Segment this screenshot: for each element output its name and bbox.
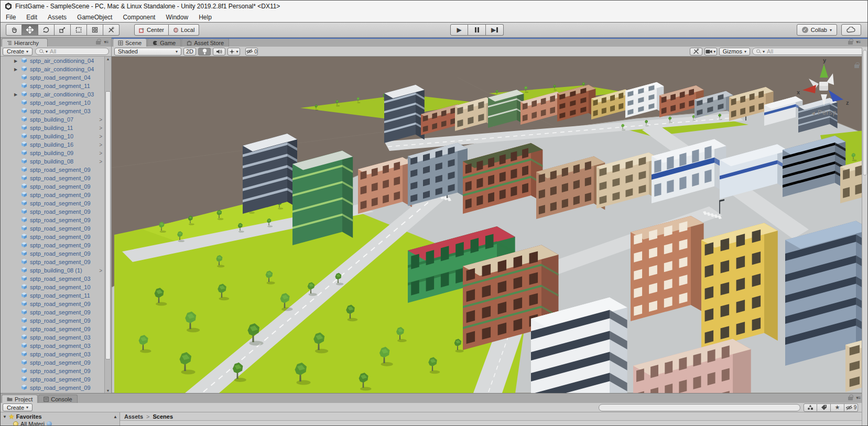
menu-item[interactable]: GameObject	[72, 14, 117, 21]
hierarchy-item[interactable]: ▶ sptp_road_segment_03 >	[1, 107, 111, 115]
menu-item[interactable]: File	[1, 14, 21, 21]
pause-button[interactable]	[468, 24, 486, 36]
scene-search-input[interactable]: ▾ All	[752, 48, 865, 55]
hierarchy-scrollbar[interactable]: ▲ ▼	[104, 57, 111, 393]
hierarchy-item[interactable]: ▶ sptp_road_segment_09 >	[1, 358, 111, 367]
scrollbar-thumb[interactable]	[105, 91, 111, 359]
scale-tool-button[interactable]	[55, 24, 71, 36]
component-tools-button[interactable]	[690, 48, 702, 56]
lock-icon[interactable]	[96, 41, 101, 45]
scene-orientation-gizmo[interactable]: y x z	[795, 58, 853, 110]
hierarchy-item[interactable]: ▶ sptp_air_conditioning_03 >	[1, 90, 111, 99]
rotate-tool-button[interactable]	[38, 24, 55, 36]
breadcrumb-assets[interactable]: Assets	[124, 413, 143, 420]
transform-tool-button[interactable]	[87, 24, 103, 36]
lock-icon[interactable]	[848, 397, 853, 400]
hierarchy-item[interactable]: ▶ sptp_road_segment_09 >	[1, 258, 111, 266]
hierarchy-item[interactable]: ▶ sptp_road_segment_09 >	[1, 166, 111, 174]
pane-menu-icon[interactable]: ▾≡	[104, 39, 108, 45]
camera-settings-dropdown[interactable]: ▾	[704, 48, 717, 56]
hierarchy-item[interactable]: ▶ sptp_road_segment_03 >	[1, 333, 111, 342]
perspective-label[interactable]: ◀ Persp	[796, 109, 852, 116]
hand-tool-button[interactable]	[6, 24, 22, 36]
step-button[interactable]: ▶	[486, 24, 504, 36]
scroll-down-icon[interactable]: ▼	[105, 389, 111, 392]
tab-project[interactable]: Project	[2, 395, 38, 403]
hierarchy-item[interactable]: ▶ sptp_road_segment_04 >	[1, 73, 111, 82]
project-visibility-button[interactable]: 9	[844, 403, 858, 412]
breadcrumb-scenes[interactable]: Scenes	[153, 413, 173, 420]
hierarchy-item[interactable]: ▶ sptp_air_conditioning_04 >	[1, 65, 111, 73]
menu-item[interactable]: Help	[193, 14, 217, 21]
menu-item[interactable]: Component	[117, 14, 160, 21]
scene-audio-toggle[interactable]	[213, 48, 225, 56]
hierarchy-item[interactable]: ▶ sptp_air_conditioning_04 >	[1, 57, 111, 65]
hierarchy-item[interactable]: ▶ sptp_road_segment_09 >	[1, 207, 111, 216]
hierarchy-item[interactable]: ▶ sptp_road_segment_09 >	[1, 384, 111, 392]
project-search-input[interactable]	[599, 404, 800, 411]
scene-canvas[interactable]: y x z ◀ Persp	[112, 57, 867, 393]
hierarchy-item[interactable]: ▶ sptp_road_segment_09 >	[1, 182, 111, 191]
hierarchy-item[interactable]: ▶ sptp_road_segment_09 >	[1, 216, 111, 224]
hierarchy-item[interactable]: ▶ sptp_road_segment_09 >	[1, 241, 111, 249]
hierarchy-item[interactable]: ▶ sptp_building_07 >	[1, 115, 111, 124]
hierarchy-item[interactable]: ▶ sptp_road_segment_09 >	[1, 233, 111, 241]
tab-console[interactable]: Console	[38, 395, 77, 403]
save-search-favorite-button[interactable]: ★	[831, 403, 844, 412]
hierarchy-item[interactable]: ▶ sptp_road_segment_03 >	[1, 342, 111, 350]
tab-game[interactable]: Game	[147, 38, 181, 47]
rotation-mode-button[interactable]: Local	[169, 24, 199, 36]
search-by-label-button[interactable]	[817, 403, 831, 412]
lock-icon[interactable]	[848, 41, 853, 45]
scrollbar-thumb[interactable]	[863, 50, 867, 176]
search-by-type-button[interactable]	[804, 403, 817, 412]
hierarchy-item[interactable]: ▶ sptp_road_segment_09 >	[1, 308, 111, 316]
gizmos-dropdown[interactable]: Gizmos ▾	[719, 48, 750, 56]
hierarchy-create-button[interactable]: Create ▾	[3, 48, 32, 56]
foldout-arrow-icon[interactable]: ▼	[3, 414, 7, 419]
scene-effects-dropdown[interactable]: ▾	[227, 48, 240, 56]
scene-lighting-toggle[interactable]	[198, 48, 211, 56]
hierarchy-item[interactable]: ▶ sptp_road_segment_10 >	[1, 283, 111, 291]
favorites-row[interactable]: ▼ ★ Favorites ▲	[1, 412, 120, 421]
scroll-up-icon[interactable]: ▲	[105, 57, 111, 61]
draw-mode-dropdown[interactable]: Shaded ▾	[114, 48, 181, 56]
hierarchy-item[interactable]: ▶ sptp_road_segment_10 >	[1, 99, 111, 107]
custom-tool-button[interactable]	[103, 24, 120, 36]
2d-toggle-button[interactable]: 2D	[183, 48, 196, 56]
hierarchy-item[interactable]: ▶ sptp_building_16 >	[1, 140, 111, 149]
cloud-services-button[interactable]	[841, 24, 861, 36]
hierarchy-item[interactable]: ▶ sptp_road_segment_09 >	[1, 174, 111, 182]
gizmo-lock-icon[interactable]	[854, 64, 859, 68]
hierarchy-item[interactable]: ▶ sptp_building_10 >	[1, 132, 111, 140]
menu-item[interactable]: Edit	[21, 14, 42, 21]
hierarchy-item[interactable]: ▶ sptp_road_segment_09 >	[1, 249, 111, 258]
tab-asset-store[interactable]: Asset Store	[181, 38, 229, 47]
hierarchy-item[interactable]: ▶ sptp_building_08 (1) >	[1, 266, 111, 275]
hierarchy-item[interactable]: ▶ sptp_road_segment_09 >	[1, 325, 111, 333]
hierarchy-item[interactable]: ▶ sptp_road_segment_03 >	[1, 275, 111, 283]
all-materials-item[interactable]: All Materi	[1, 421, 120, 426]
pane-menu-icon[interactable]: ▾≡	[856, 39, 860, 45]
hierarchy-item[interactable]: ▶ sptp_building_11 >	[1, 124, 111, 132]
tab-scene[interactable]: Scene	[113, 38, 147, 47]
hierarchy-item[interactable]: ▶ sptp_road_segment_09 >	[1, 375, 111, 384]
hierarchy-item[interactable]: ▶ sptp_road_segment_11 >	[1, 82, 111, 90]
hierarchy-item[interactable]: ▶ sptp_road_segment_09 >	[1, 199, 111, 207]
hierarchy-item[interactable]: ▶ sptp_road_segment_03 >	[1, 350, 111, 358]
play-button[interactable]: ▶	[450, 24, 468, 36]
hierarchy-item[interactable]: ▶ sptp_road_segment_11 >	[1, 291, 111, 300]
hierarchy-item[interactable]: ▶ sptp_building_08 >	[1, 157, 111, 166]
project-create-button[interactable]: Create ▾	[3, 403, 32, 411]
pane-menu-icon[interactable]: ▾≡	[856, 395, 860, 400]
tab-hierarchy[interactable]: Hierarchy	[2, 38, 48, 47]
hierarchy-item[interactable]: ▶ sptp_road_segment_09 >	[1, 191, 111, 199]
rect-tool-button[interactable]	[71, 24, 87, 36]
collab-button[interactable]: ✓ Collab ▾	[797, 24, 837, 36]
project-files-area[interactable]	[120, 421, 867, 426]
scene-visibility-toggle[interactable]: 0	[245, 48, 258, 56]
hierarchy-item[interactable]: ▶ sptp_road_segment_09 >	[1, 316, 111, 325]
hierarchy-item[interactable]: ▶ sptp_road_segment_09 >	[1, 300, 111, 308]
hierarchy-search-input[interactable]: ▾ All	[35, 48, 109, 55]
menu-item[interactable]: Assets	[42, 14, 72, 21]
